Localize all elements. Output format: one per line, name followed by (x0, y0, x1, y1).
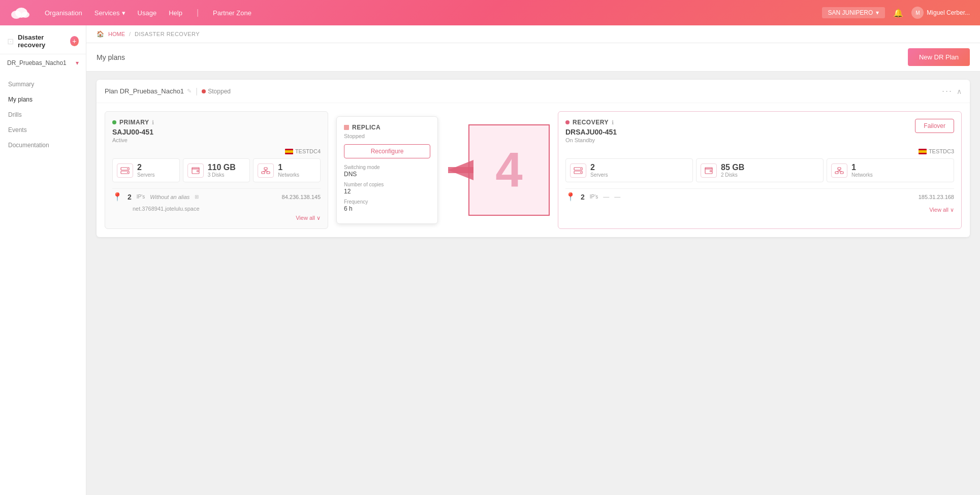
user-menu[interactable]: M Miguel Cerber... (911, 7, 970, 19)
recovery-disk-icon (701, 163, 717, 178)
primary-ip-address: 84.236.138.145 (282, 194, 321, 200)
sidebar-title: Disaster recovery (18, 34, 66, 49)
home-icon: 🏠 (97, 30, 104, 38)
primary-datacenter-name: TESTDC4 (295, 148, 321, 154)
replica-frequency: Frequency 6 h (344, 199, 430, 212)
replica-copies-value: 12 (344, 188, 430, 195)
user-name: Miguel Cerber... (927, 9, 970, 16)
plan-collapse-icon[interactable]: ∧ (957, 87, 962, 95)
recovery-card: Failover RECOVERY ℹ DRSAJU00-451 On Stan… (558, 111, 962, 229)
recovery-view-all[interactable]: View all ∨ (565, 207, 954, 213)
recovery-datacenter: TESTDC3 (565, 148, 954, 154)
nav-usage[interactable]: Usage (138, 9, 157, 17)
primary-networks-label: Networks (278, 172, 299, 178)
primary-server-status: Active (112, 137, 321, 143)
primary-view-all[interactable]: View all ∨ (112, 215, 321, 221)
plan-edit-icon[interactable]: ✎ (187, 88, 192, 94)
plan-status: Stopped (202, 88, 231, 95)
recovery-status-dot (565, 120, 570, 124)
reconfigure-button[interactable]: Reconfigure (344, 144, 430, 158)
svg-point-6 (127, 172, 128, 173)
breadcrumb-home-link[interactable]: HOME (108, 31, 125, 37)
sidebar-item-drills[interactable]: Drills (0, 107, 86, 122)
recovery-header: RECOVERY ℹ (565, 119, 954, 126)
failover-button[interactable]: Failover (915, 119, 954, 133)
recovery-disk-label: 2 Disks (721, 172, 744, 178)
primary-server-name: SAJU00-451 (112, 128, 321, 136)
flag-spain-icon (285, 149, 293, 154)
nav-organisation[interactable]: Organisation (45, 9, 82, 17)
svg-rect-26 (835, 172, 838, 174)
nav-partner-zone[interactable]: Partner Zone (213, 9, 251, 17)
sidebar-plan-selector[interactable]: DR_Pruebas_Nacho1 ▾ (0, 54, 86, 72)
sidebar-title-row: ⊡ Disaster recovery + (7, 34, 79, 49)
region-selector[interactable]: SAN JUNIPERO ▾ (822, 7, 886, 18)
svg-point-2 (21, 12, 29, 18)
primary-status-dot (112, 120, 116, 124)
logo[interactable] (10, 6, 29, 20)
primary-header: PRIMARY ℹ (112, 119, 321, 126)
avatar: M (911, 7, 924, 19)
nav-links: Organisation Services ▾ Usage Help | Par… (45, 8, 822, 17)
recovery-networks-stat: 1 Networks (827, 158, 954, 182)
add-plan-button[interactable]: + (70, 36, 79, 46)
primary-card: PRIMARY ℹ SAJU00-451 Active TESTDC4 (105, 111, 328, 229)
sidebar-item-events[interactable]: Events (0, 122, 86, 138)
page-header: My plans New DR Plan (86, 43, 980, 72)
recovery-disk-info: 85 GB 2 Disks (721, 163, 744, 178)
primary-disk-info: 110 GB 3 Disks (208, 163, 236, 178)
replica-switching-mode-value: DNS (344, 171, 430, 178)
plan-sep: | (196, 87, 198, 96)
sidebar-dr-icon: ⊡ (7, 37, 14, 46)
top-navigation: Organisation Services ▾ Usage Help | Par… (0, 0, 980, 25)
recovery-disk-stat: 85 GB 2 Disks (696, 158, 824, 182)
plan-card: Plan DR_Pruebas_Nacho1 ✎ | Stopped ··· ∧ (97, 80, 970, 237)
recovery-network-icon (831, 163, 847, 178)
topnav-right: SAN JUNIPERO ▾ 🔔 M Miguel Cerber... (822, 7, 970, 19)
replica-status-text: Stopped (344, 133, 430, 139)
breadcrumb-sep: / (129, 31, 131, 37)
sidebar-item-summary[interactable]: Summary (0, 77, 86, 92)
svg-point-21 (580, 172, 581, 173)
network-icon (258, 163, 274, 178)
notification-bell[interactable]: 🔔 (893, 8, 903, 18)
main-content: 🏠 HOME / DISASTER RECOVERY My plans New … (86, 25, 980, 495)
primary-ip-count: 2 (128, 193, 132, 201)
primary-servers-info: 2 Servers (137, 163, 154, 178)
recovery-server-status: On Standby (565, 137, 954, 143)
primary-ip-alias-icon[interactable]: ⊞ (195, 194, 199, 200)
svg-point-9 (197, 170, 198, 172)
breadcrumb-current: DISASTER RECOVERY (135, 31, 200, 37)
nav-divider: | (197, 8, 199, 17)
recovery-ip-dash2: — (614, 193, 620, 201)
replica-frequency-label: Frequency (344, 199, 430, 205)
primary-networks-count: 1 (278, 163, 299, 172)
svg-point-24 (710, 170, 712, 172)
recovery-ip-address: 185.31.23.168 (919, 194, 954, 200)
nav-services[interactable]: Services ▾ (94, 9, 125, 17)
primary-ip-row: 📍 2 IP's Without an alias ⊞ 84.236.138.1… (112, 188, 321, 205)
recovery-ip-location-icon: 📍 (565, 192, 576, 202)
flag-spain-recovery-icon (919, 149, 927, 154)
svg-rect-27 (840, 172, 843, 174)
nav-help[interactable]: Help (169, 9, 182, 17)
svg-point-5 (127, 168, 128, 169)
primary-info-icon[interactable]: ℹ (152, 119, 154, 126)
sidebar-header: ⊡ Disaster recovery + (0, 25, 86, 54)
recovery-stats-row: 2 Servers 85 GB 2 Disks (565, 158, 954, 182)
breadcrumb: 🏠 HOME / DISASTER RECOVERY (86, 25, 980, 43)
plan-name: Plan DR_Pruebas_Nacho1 ✎ (105, 87, 192, 95)
replica-area: REPLICA Stopped Reconfigure Switching mo… (336, 111, 550, 229)
svg-rect-11 (262, 172, 265, 174)
recovery-servers-stat: 2 Servers (565, 158, 693, 182)
sidebar-item-myplans[interactable]: My plans (0, 92, 86, 107)
new-dr-plan-button[interactable]: New DR Plan (908, 48, 970, 66)
plan-actions: ··· ∧ (942, 86, 962, 96)
plan-more-icon[interactable]: ··· (942, 86, 953, 96)
sidebar-item-documentation[interactable]: Documentation (0, 138, 86, 153)
plan-card-header: Plan DR_Pruebas_Nacho1 ✎ | Stopped ··· ∧ (97, 80, 970, 103)
primary-networks-info: 1 Networks (278, 163, 299, 178)
recovery-info-icon[interactable]: ℹ (612, 119, 614, 126)
primary-servers-count: 2 (137, 163, 154, 172)
primary-ip-label: IP's (137, 194, 145, 200)
